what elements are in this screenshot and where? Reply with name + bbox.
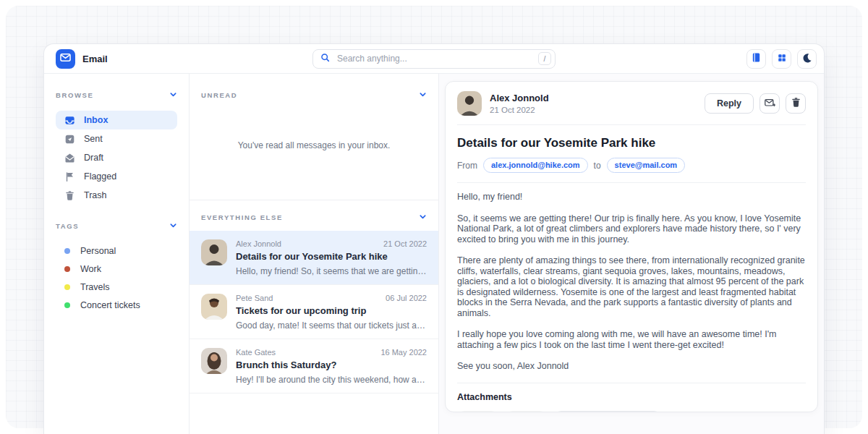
envelope-icon: [60, 52, 71, 66]
avatar: [457, 91, 482, 116]
email-summary: Alex Jonnold 21 Oct 2022 Details for our…: [236, 239, 427, 276]
unread-section: UNREAD You've read all messages in your …: [190, 74, 438, 200]
sidebar-item-sent[interactable]: Sent: [56, 129, 177, 148]
email-app-window: Email /: [43, 43, 825, 434]
book-icon: [751, 52, 762, 65]
attachment-photo-half-dome[interactable]: [506, 411, 547, 413]
sidebar-item-label: Sent: [84, 134, 103, 144]
sidebar-item-inbox[interactable]: Inbox: [56, 111, 177, 129]
envelope-compose-icon: [764, 97, 775, 111]
email-list-item[interactable]: Alex Jonnold 21 Oct 2022 Details for our…: [190, 231, 438, 285]
reply-button[interactable]: Reply: [705, 93, 754, 114]
app-logo: [56, 49, 75, 69]
body-paragraph: See you soon, Alex Jonnold: [457, 361, 806, 372]
from-email-chip[interactable]: alex.jonnold@hike.com: [483, 158, 588, 173]
email-sender: Alex Jonnold: [236, 239, 281, 248]
app-title: Email: [82, 54, 108, 64]
email-date: 06 Jul 2022: [386, 294, 427, 302]
file-info: videos-hike.zip 100 MB: [596, 412, 660, 413]
chevron-down-icon[interactable]: [169, 219, 177, 232]
sidebar-item-draft[interactable]: Draft: [56, 148, 177, 167]
search-icon: [320, 52, 330, 65]
everything-else-title: EVERYTHING ELSE: [201, 213, 283, 221]
email-subject: Details for our Yosemite Park hike: [236, 251, 427, 262]
detail-date: 21 Oct 2022: [490, 106, 549, 114]
email-summary: Kate Gates 16 May 2022 Brunch this Satur…: [236, 348, 427, 385]
trash-icon: [791, 97, 801, 110]
browse-nav: Inbox Sent Draft: [56, 111, 177, 205]
flag-icon: [64, 171, 75, 182]
inbox-icon: [64, 115, 75, 126]
avatar: [201, 294, 227, 320]
chevron-down-icon[interactable]: [419, 88, 427, 101]
tag-label: Personal: [80, 246, 116, 256]
tag-color-dot: [64, 248, 70, 254]
to-email-chip[interactable]: steve@mail.com: [607, 158, 686, 173]
tag-item-work[interactable]: Work: [56, 260, 177, 278]
email-sender: Pete Sand: [236, 294, 273, 302]
email-sender: Kate Gates: [236, 348, 276, 357]
tag-color-dot: [64, 284, 70, 290]
browse-section-header: BROWSE: [56, 88, 177, 101]
email-preview: Hey! I'll be around the city this weeken…: [236, 375, 427, 385]
email-summary: Pete Sand 06 Jul 2022 Tickets for our up…: [236, 294, 427, 331]
mail-list-column: UNREAD You've read all messages in your …: [190, 74, 439, 434]
email-date: 21 Oct 2022: [383, 239, 427, 248]
topbar: Email /: [44, 44, 824, 74]
attachments-divider: [457, 383, 806, 383]
tag-label: Concert tickets: [80, 300, 140, 310]
dark-mode-button[interactable]: [797, 49, 817, 69]
browse-title: BROWSE: [56, 91, 93, 99]
chevron-down-icon[interactable]: [419, 210, 427, 224]
email-detail-card: Alex Jonnold 21 Oct 2022 Reply: [445, 81, 818, 412]
sidebar-item-flagged[interactable]: Flagged: [56, 167, 177, 186]
tags-section: TAGS Personal Work: [56, 219, 177, 314]
avatar: [201, 348, 227, 374]
search-input[interactable]: [336, 53, 532, 64]
unread-section-header: UNREAD: [201, 88, 427, 101]
sidebar-item-label: Draft: [84, 153, 103, 163]
search-shortcut-badge: /: [538, 52, 551, 65]
moon-icon: [802, 53, 812, 65]
attachment-file-card[interactable]: videos-hike.zip 100 MB: [554, 411, 661, 413]
unread-title: UNREAD: [201, 91, 237, 99]
tag-item-travels[interactable]: Travels: [56, 278, 177, 296]
sidebar-item-label: Inbox: [84, 115, 108, 125]
email-preview: Good day, mate! It seems that our ticket…: [236, 320, 427, 331]
sidebar-item-trash[interactable]: Trash: [56, 186, 177, 205]
attachments-row: videos-hike.zip 100 MB: [457, 411, 806, 413]
email-subject: Brunch this Saturday?: [236, 359, 427, 370]
email-preview: Hello, my friend! So, it seems that we a…: [236, 266, 427, 276]
email-body: Hello, my friend! So, it seems we are ge…: [457, 183, 806, 372]
book-button[interactable]: [746, 49, 766, 69]
everything-else-header: EVERYTHING ELSE: [190, 200, 438, 231]
grid-icon: [777, 53, 787, 65]
to-label: to: [594, 161, 601, 171]
sidebar: BROWSE Inbox: [44, 74, 190, 434]
forward-button[interactable]: [760, 93, 780, 114]
detail-header: Alex Jonnold 21 Oct 2022 Reply: [457, 82, 806, 125]
attachment-photo-yosemite-valley[interactable]: [457, 411, 498, 413]
tags-section-header: TAGS: [56, 219, 177, 232]
chevron-down-icon[interactable]: [169, 88, 177, 101]
tags-nav: Personal Work Travels Concert ticke: [56, 242, 177, 314]
tag-item-personal[interactable]: Personal: [56, 242, 177, 260]
tag-color-dot: [64, 266, 70, 272]
email-list-item[interactable]: Kate Gates 16 May 2022 Brunch this Satur…: [190, 339, 438, 393]
detail-actions: Reply: [705, 93, 806, 114]
draft-icon: [64, 153, 75, 163]
delete-button[interactable]: [786, 93, 806, 114]
tag-label: Work: [80, 264, 101, 274]
tag-item-concert-tickets[interactable]: Concert tickets: [56, 296, 177, 314]
search-bar[interactable]: /: [312, 49, 556, 69]
email-list-item[interactable]: Pete Sand 06 Jul 2022 Tickets for our up…: [190, 285, 438, 339]
tag-label: Travels: [80, 282, 110, 292]
from-to-row: From alex.jonnold@hike.com to steve@mail…: [457, 158, 806, 183]
attachments-title: Attachments: [457, 392, 806, 402]
email-subject: Tickets for our upcoming trip: [236, 305, 427, 316]
topbar-actions: [746, 49, 817, 69]
sidebar-item-label: Flagged: [84, 171, 116, 182]
email-date: 16 May 2022: [380, 348, 427, 357]
body-paragraph: I really hope you love coming along with…: [457, 329, 806, 350]
grid-button[interactable]: [772, 49, 791, 69]
